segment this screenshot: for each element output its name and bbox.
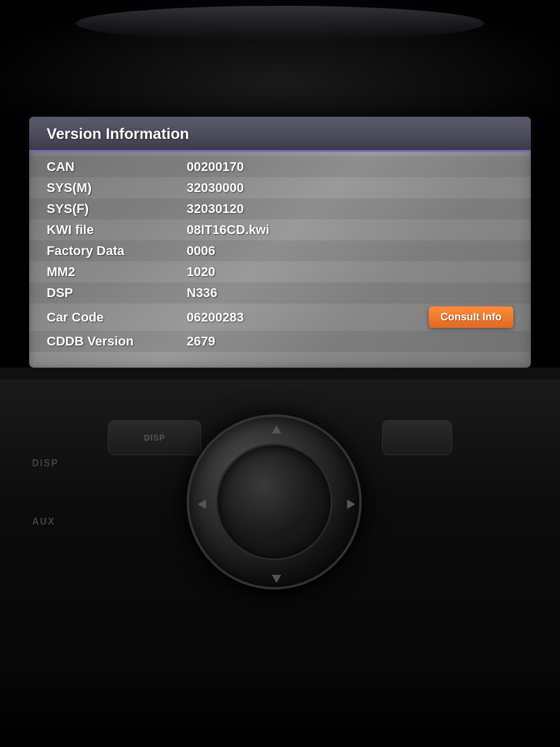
table-row: Factory Data0006 xyxy=(29,240,531,261)
row-value: 06200283 xyxy=(187,310,429,325)
arrow-right-icon xyxy=(347,500,355,509)
row-label: CDDB Version xyxy=(47,334,187,349)
row-label: Car Code xyxy=(47,310,187,325)
controls-panel: DISP DISP AUX xyxy=(0,368,560,747)
row-value: 08IT16CD.kwi xyxy=(187,222,513,238)
table-row: CAN00200170 xyxy=(29,156,531,177)
row-label: DSP xyxy=(47,285,187,301)
row-label: Factory Data xyxy=(47,243,187,259)
row-value: 32030120 xyxy=(187,201,513,217)
row-value: 2679 xyxy=(187,334,513,349)
info-table: CAN00200170SYS(M)32030000SYS(F)32030120K… xyxy=(29,152,531,357)
table-row: KWI file08IT16CD.kwi xyxy=(29,219,531,240)
row-value: N336 xyxy=(187,285,513,301)
row-label: CAN xyxy=(47,159,187,174)
row-label: SYS(M) xyxy=(47,180,187,196)
row-label: KWI file xyxy=(47,222,187,238)
arrow-up-icon xyxy=(272,425,281,434)
row-value: 32030000 xyxy=(187,180,513,196)
table-row: CDDB Version2679 xyxy=(29,331,531,352)
screen-title: Version Information xyxy=(47,125,189,142)
row-value: 1020 xyxy=(187,264,513,280)
table-row: Car Code06200283Consult Info xyxy=(29,303,531,331)
bottom-bezel xyxy=(0,689,560,747)
row-label: SYS(F) xyxy=(47,201,187,217)
arrow-down-icon xyxy=(272,575,281,583)
row-value: 00200170 xyxy=(187,159,513,174)
consult-info-button[interactable]: Consult Info xyxy=(429,306,513,328)
table-row: MM21020 xyxy=(29,261,531,282)
aux-text-label: AUX xyxy=(32,516,55,527)
aux-button[interactable] xyxy=(382,420,452,455)
top-reflection xyxy=(76,6,484,41)
main-knob[interactable] xyxy=(187,414,362,589)
table-row: DSPN336 xyxy=(29,282,531,303)
display-screen: Version Information CAN00200170SYS(M)320… xyxy=(29,117,531,368)
knob-inner-ring xyxy=(216,444,332,560)
disp-text-label: DISP xyxy=(32,458,58,469)
table-row: SYS(M)32030000 xyxy=(29,177,531,198)
disp-label: DISP xyxy=(144,433,166,442)
row-value: 0006 xyxy=(187,243,513,259)
screen-header: Version Information xyxy=(29,117,531,152)
main-knob-container xyxy=(187,414,373,601)
row-label: MM2 xyxy=(47,264,187,280)
table-row: SYS(F)32030120 xyxy=(29,198,531,219)
arrow-left-icon xyxy=(198,500,206,509)
